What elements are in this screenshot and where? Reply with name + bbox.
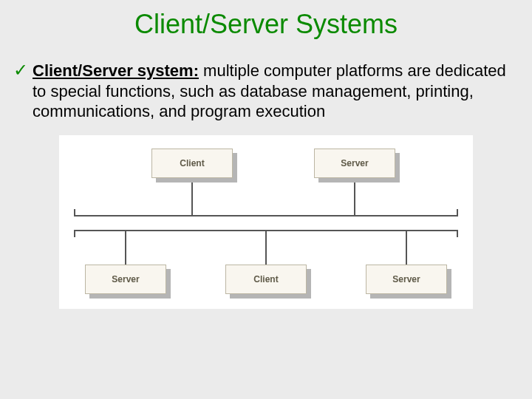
bus-end	[74, 209, 75, 216]
node-label: Server	[314, 149, 395, 178]
connector	[265, 230, 267, 265]
connector	[191, 178, 193, 215]
connector	[354, 178, 355, 215]
node-label: Client	[151, 149, 233, 178]
bus-end	[457, 230, 458, 237]
bus-end	[457, 209, 458, 216]
node-server-bottom-left: Server	[85, 265, 166, 294]
definition-term: Client/Server system:	[33, 61, 199, 80]
node-label: Server	[366, 265, 447, 294]
checkmark-icon: ✓	[13, 61, 28, 80]
node-client-top: Client	[151, 149, 233, 178]
bus-line-top	[74, 215, 458, 216]
network-diagram: Client Server Server Client Server	[59, 135, 473, 309]
bus-end	[74, 230, 75, 237]
connector	[125, 230, 126, 265]
page-title: Client/Server Systems	[0, 0, 532, 40]
connector	[406, 230, 407, 265]
node-client-bottom: Client	[225, 265, 307, 294]
bullet-text: Client/Server system: multiple computer …	[33, 61, 517, 122]
node-label: Server	[85, 265, 166, 294]
bullet-block: ✓ Client/Server system: multiple compute…	[0, 40, 532, 135]
node-label: Client	[225, 265, 307, 294]
node-server-bottom-right: Server	[366, 265, 447, 294]
node-server-top: Server	[314, 149, 395, 178]
